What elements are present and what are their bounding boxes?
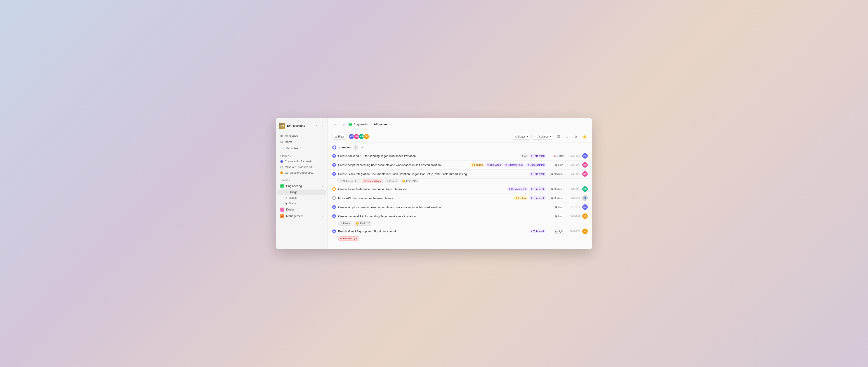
table-row[interactable]: Create script for creating user accounts… [328,161,592,170]
filter-button[interactable]: ⊟ Filter [332,134,347,140]
tag-dot [531,173,532,175]
breadcrumb-menu-icon[interactable]: ⋯ [390,122,394,127]
issue-title: Create Ticket Reference Feature in Slack… [338,188,505,191]
assignee-filter-icon: ≡ [535,135,536,138]
team-sub-issues[interactable]: ○ Issues [277,195,326,201]
avatar: MR [582,186,588,192]
team-management[interactable]: 🗂 Management › [277,213,326,219]
sub-tag-sub-issue[interactable]: ↗ Sub-Issue 2 ▾ [338,179,361,184]
management-chevron-icon: › [322,215,323,217]
status-group-header: In review 6 + [328,142,592,152]
priority-box: ▣ High [553,229,564,234]
design-chevron-icon: › [322,208,323,211]
list-view-button[interactable]: ☰ [555,133,562,140]
emoji-icon: 😊 [356,222,359,225]
avatar: AO [582,213,588,219]
avatar: MA [582,204,588,210]
design-icon: ✿ [280,207,284,212]
issue-id: ENG-126 [566,155,580,157]
sub-tag-blocked-8[interactable]: ⊖ Blocked by ▾ [338,236,360,241]
add-issue-button[interactable]: + [360,145,365,150]
table-row[interactable]: Create Ticket Reference Feature in Slack… [328,185,592,194]
sidebar-item-my-notes[interactable]: 📄 My Notes [277,145,326,151]
issue-title: Move API: Transfer issues between teams [338,197,512,200]
sidebar-item-my-issues[interactable]: ⊞ My Issues [277,133,326,139]
settings-button[interactable]: ⚙ [572,133,579,140]
issue-status-dot [332,154,336,158]
org-dropdown-icon[interactable]: ▾ [316,124,318,127]
main-header: ← → </> Engineering › All issues ⋯ [328,118,592,131]
issue-id: ENG-199 [566,164,580,166]
sub-tag-eng213-7[interactable]: 😊 ENG-213 [354,221,372,226]
forward-button[interactable]: → [340,121,347,128]
table-row[interactable]: Create script for creating user accounts… [328,203,592,212]
starred-item-2[interactable]: Get Google Oauth app... [277,170,326,175]
issue-status-dot [332,214,336,218]
tag-dot [509,188,510,190]
table-row[interactable]: Create Slack Integration Documentation: … [328,170,592,179]
triage-icon: ↔ [285,191,288,194]
sub-tag-blocked-by[interactable]: ⊖ Blocked by ▾ [362,179,383,184]
starred-item-1[interactable]: Move API: Transfer issu... [277,164,326,170]
back-arrow-icon: ← [334,123,337,126]
tag-this-week: This week [529,154,546,158]
issue-tags: AI This week [520,154,546,158]
team-sub-views[interactable]: ◈ Views [277,201,326,206]
teams-chevron-icon: ▾ [289,179,290,181]
team-design[interactable]: ✿ Design › [277,206,326,213]
blocked-chevron: ▾ [356,237,358,240]
issue-status-dot [332,205,336,209]
issue-id: ENG-251 [566,197,580,199]
teams-section-label[interactable]: Teams ▾ [277,177,326,183]
tag-this-week: This week [529,196,546,200]
layout-toggle-icon[interactable]: ⊟ [319,123,324,128]
starred-item-0[interactable]: Create script for creati... [277,159,326,164]
avatar: AO [582,229,588,234]
avatar-filter-ao[interactable]: AO [364,134,369,140]
filter-icon: ⊟ [335,135,337,138]
tag-dot [472,164,473,166]
issue-sub-tags-8: ⊖ Blocked by ▾ [328,236,592,242]
team-sub-triage[interactable]: ↔ Triage [277,190,326,195]
tag-this-week: This week [529,230,546,233]
tag-customer-ask: Customer ask [507,187,528,191]
issue-id: ENG-193 [566,230,580,233]
table-row[interactable]: Create backend API for sending Tegon wor… [328,212,592,221]
status-chevron-icon: ▾ [527,135,528,138]
starred-section-label[interactable]: Starred ▾ [277,153,326,159]
person-icon: 👤 [584,197,586,199]
issue-title: Create backend API for sending Tegon wor… [338,214,544,218]
table-row[interactable]: Move API: Transfer issues between teams … [328,194,592,203]
back-button[interactable]: ← [332,121,339,128]
parent-icon: ↗ [340,222,342,225]
inbox-icon: ✉ [280,140,283,144]
medium-priority-icon: ▣ [551,197,553,200]
sub-tag-parent-7[interactable]: ↗ Parent [338,221,352,226]
table-row[interactable]: Enable Gmail Sign-up and Sign-in functio… [328,227,592,236]
issue-id: ENG-11 [566,206,580,208]
sub-tag-eng213[interactable]: 😊 ENG-213 [400,179,418,184]
issue-status-dot [332,172,336,176]
issue-tags: Customer ask This week [507,187,546,191]
starred-item-0-icon [280,160,283,163]
grid-view-button[interactable]: ⊟ [564,133,570,140]
grid-view-icon: ⊟ [566,135,568,138]
team-engineering[interactable]: </> Engineering ▾ [277,183,326,189]
notifications-button[interactable]: 🔔 [581,133,588,140]
sidebar-item-inbox[interactable]: ✉ Inbox [277,139,326,145]
assignee-filter-button[interactable]: ≡ Assignee ▾ [532,134,553,140]
status-indicator-inner [333,146,336,148]
sidebar: EM Evil Martians ▾ ⊟ ⊞ My Issues ✉ Inbox… [276,118,328,249]
issue-tags: Feature This week Customer ask Supergami… [470,163,546,167]
tag-customer-ask: Customer ask [504,163,525,167]
assignee-chevron-icon: ▾ [550,135,551,138]
tag-supergaming: Supergaming [526,163,546,167]
avatar: 👤 [582,195,588,201]
table-row[interactable]: Create backend API for sending Tegon wor… [328,152,592,161]
sub-tag-parent[interactable]: ↗ Parent [384,179,399,184]
main-content: ← → </> Engineering › All issues ⋯ ⊟ Fil… [328,118,592,249]
status-label: In review [339,146,351,149]
status-filter-button[interactable]: ◎ Status ▾ [512,134,530,140]
issue-title: Create Slack Integration Documentation: … [338,172,527,176]
tag-dot [531,231,532,232]
